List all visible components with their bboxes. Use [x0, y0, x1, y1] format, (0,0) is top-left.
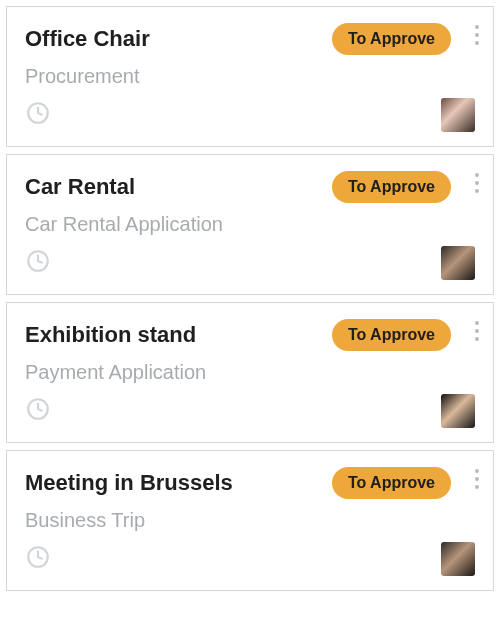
card-subtitle: Procurement	[25, 65, 475, 88]
kebab-menu-icon[interactable]	[471, 465, 483, 493]
card-title: Car Rental	[25, 174, 135, 200]
card-footer	[25, 98, 475, 132]
card-header: Exhibition standTo Approve	[25, 319, 475, 351]
card-title: Exhibition stand	[25, 322, 196, 348]
status-badge[interactable]: To Approve	[332, 171, 451, 203]
card-subtitle: Business Trip	[25, 509, 475, 532]
card-footer	[25, 542, 475, 576]
approval-card-office-chair[interactable]: Office ChairTo ApproveProcurement	[6, 6, 494, 147]
avatar[interactable]	[441, 394, 475, 428]
clock-icon	[25, 396, 51, 426]
card-subtitle: Payment Application	[25, 361, 475, 384]
approval-cards-list: Office ChairTo ApproveProcurementCar Ren…	[6, 6, 494, 591]
clock-icon	[25, 544, 51, 574]
kebab-menu-icon[interactable]	[471, 317, 483, 345]
clock-icon	[25, 248, 51, 278]
approval-card-car-rental[interactable]: Car RentalTo ApproveCar Rental Applicati…	[6, 154, 494, 295]
avatar[interactable]	[441, 98, 475, 132]
card-title: Office Chair	[25, 26, 150, 52]
approval-card-meeting-in-brussels[interactable]: Meeting in BrusselsTo ApproveBusiness Tr…	[6, 450, 494, 591]
kebab-menu-icon[interactable]	[471, 21, 483, 49]
status-badge[interactable]: To Approve	[332, 319, 451, 351]
card-subtitle: Car Rental Application	[25, 213, 475, 236]
card-footer	[25, 394, 475, 428]
clock-icon	[25, 100, 51, 130]
card-title: Meeting in Brussels	[25, 470, 233, 496]
kebab-menu-icon[interactable]	[471, 169, 483, 197]
status-badge[interactable]: To Approve	[332, 467, 451, 499]
card-header: Meeting in BrusselsTo Approve	[25, 467, 475, 499]
card-header: Car RentalTo Approve	[25, 171, 475, 203]
avatar[interactable]	[441, 542, 475, 576]
approval-card-exhibition-stand[interactable]: Exhibition standTo ApprovePayment Applic…	[6, 302, 494, 443]
card-footer	[25, 246, 475, 280]
status-badge[interactable]: To Approve	[332, 23, 451, 55]
card-header: Office ChairTo Approve	[25, 23, 475, 55]
avatar[interactable]	[441, 246, 475, 280]
